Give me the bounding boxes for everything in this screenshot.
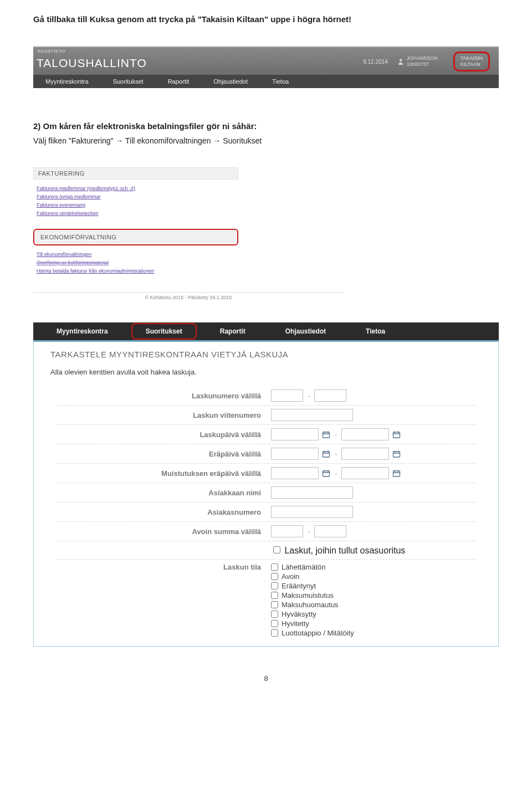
label-erapaiva: Eräpäivä välillä xyxy=(56,450,271,458)
svg-rect-1 xyxy=(323,432,330,438)
input-avoinsumma-from[interactable] xyxy=(271,525,303,537)
panel-footer: © Kehätieto 2015 - Päivitetty 29.1.2015 xyxy=(33,292,344,300)
input-muistutus-from[interactable] xyxy=(271,467,319,479)
header-user[interactable]: JOHANSSON 10000737 xyxy=(398,55,438,68)
input-laskunumero-to[interactable] xyxy=(314,389,346,402)
tila-option[interactable]: Maksuhuomautus xyxy=(271,601,354,609)
link-hamta-fakturor[interactable]: Hämta betalda fakturor från ekonomiadmin… xyxy=(37,268,238,274)
nav-item[interactable]: Raportit xyxy=(156,75,202,88)
fakturering-heading: FAKTURERING xyxy=(33,167,238,180)
svg-point-0 xyxy=(399,59,402,61)
nav-item[interactable]: Ohjaustiedot xyxy=(265,322,346,340)
ekonomiforvaltning-highlight: EKONOMIFÖRVALTNING xyxy=(33,229,238,245)
back-to-kilta-button[interactable]: TAKAISIN KILTAAN xyxy=(453,52,490,71)
checkbox-tila[interactable] xyxy=(271,629,278,637)
label-viitenumero: Laskun viitenumero xyxy=(56,411,271,419)
link-fakturera-utmarkelse[interactable]: Fakturera utmärkelsetecken xyxy=(37,211,238,216)
checkbox-tila[interactable] xyxy=(271,573,278,580)
user-id: 10000737 xyxy=(407,61,429,67)
calendar-icon[interactable] xyxy=(322,430,330,439)
svg-rect-5 xyxy=(323,471,330,476)
label-avoinsumma: Avoin summa välillä xyxy=(56,527,271,536)
tila-option[interactable]: Avoin xyxy=(271,572,354,581)
link-fakturera-ovriga[interactable]: Fakturera övriga medlemmar xyxy=(37,194,238,199)
app-title: TALOUSHALLINTO xyxy=(37,57,147,70)
calendar-icon[interactable] xyxy=(392,469,401,478)
link-overforing[interactable]: Överföring av bokföringsmaterial xyxy=(37,260,238,265)
screenshot-search-form: Myyntireskontra Suoritukset Raportit Ohj… xyxy=(33,322,499,647)
nav-item[interactable]: Myyntireskontra xyxy=(33,75,101,88)
form-subheading: Alla olevien kenttien avulla voit hakea … xyxy=(34,362,498,386)
tila-option[interactable]: Hyvitetty xyxy=(271,619,354,628)
user-icon xyxy=(398,58,403,65)
breadcrumb: KEHÄTIETO xyxy=(38,49,65,54)
nav-item-active[interactable]: Suoritukset xyxy=(131,323,197,340)
tila-option[interactable]: Maksumuistutus xyxy=(271,591,354,599)
nav-menu: Myyntireskontra Suoritukset Raportit Ohj… xyxy=(33,75,499,88)
ekonomi-links: Till ekonomiförvaltningen Överföring av … xyxy=(33,245,238,284)
dash-separator: - xyxy=(306,392,311,400)
ekonomi-heading: EKONOMIFÖRVALTNING xyxy=(35,231,236,243)
input-asiakasnumero[interactable] xyxy=(271,506,353,518)
label-laskuntila: Laskun tila xyxy=(56,563,271,571)
svg-rect-2 xyxy=(393,432,400,438)
doc-intro-line: Gå tillbaka till Kuksa genom att trycka … xyxy=(33,14,499,24)
input-muistutus-to[interactable] xyxy=(341,467,389,479)
nav-item[interactable]: Ohjaustiedot xyxy=(201,75,260,88)
nav-item[interactable]: Myyntireskontra xyxy=(37,322,128,340)
nav-item[interactable]: Raportit xyxy=(200,322,265,340)
nav-item[interactable]: Tietoa xyxy=(260,75,301,88)
user-name: JOHANSSON xyxy=(407,55,438,61)
dash-separator: - xyxy=(306,527,311,536)
dash-separator: - xyxy=(334,450,338,458)
doc-instruction-line: Välj fliken "Fakturering" → Till ekonomi… xyxy=(33,136,499,145)
svg-rect-6 xyxy=(393,471,400,476)
input-avoinsumma-to[interactable] xyxy=(314,525,346,537)
checkbox-tila[interactable] xyxy=(271,563,278,571)
checkbox-tila[interactable] xyxy=(271,601,278,608)
input-erapaiva-to[interactable] xyxy=(341,448,389,460)
label-asiakasnumero: Asiakasnumero xyxy=(56,508,271,516)
screenshot-taloushallinto-header: KEHÄTIETO TALOUSHALLINTO 9.12.2014 JOHAN… xyxy=(33,46,499,88)
link-till-ekonomi[interactable]: Till ekonomiförvaltningen xyxy=(37,252,238,257)
calendar-icon[interactable] xyxy=(322,469,330,478)
input-laskunumero-from[interactable] xyxy=(271,389,303,402)
checkbox-tila[interactable] xyxy=(271,611,278,618)
tila-options: Lähettämätön Avoin Erääntynyt Maksumuist… xyxy=(271,563,354,637)
dash-separator: - xyxy=(334,469,338,478)
tila-option[interactable]: Hyväksytty xyxy=(271,610,354,618)
checkbox-tila[interactable] xyxy=(271,592,278,599)
input-erapaiva-from[interactable] xyxy=(271,448,319,460)
svg-rect-3 xyxy=(323,452,330,457)
header-date: 9.12.2014 xyxy=(363,59,388,65)
calendar-icon[interactable] xyxy=(392,450,401,458)
label-laskupaiva: Laskupäivä välillä xyxy=(56,430,271,439)
calendar-icon[interactable] xyxy=(392,430,401,439)
tila-option[interactable]: Luottotappio / Mitätöity xyxy=(271,629,354,637)
label-asiakasnimi: Asiakkaan nimi xyxy=(56,489,271,497)
input-laskupaiva-from[interactable] xyxy=(271,428,319,440)
input-laskupaiva-to[interactable] xyxy=(341,428,389,440)
checkbox-osasuoritus[interactable] xyxy=(273,546,280,553)
svg-rect-4 xyxy=(393,452,400,457)
calendar-icon[interactable] xyxy=(322,450,330,458)
checkbox-tila[interactable] xyxy=(271,582,278,589)
tila-option[interactable]: Erääntynyt xyxy=(271,582,354,590)
link-fakturera-evenemang[interactable]: Fakturera evenemang xyxy=(37,202,238,208)
dash-separator: - xyxy=(334,430,338,439)
form-heading: TARKASTELE MYYNTIRESKONTRAAN VIETYJÄ LAS… xyxy=(34,342,498,362)
nav-menu-dark: Myyntireskontra Suoritukset Raportit Ohj… xyxy=(33,322,499,340)
screenshot-fakturering-panel: FAKTURERING Fakturera medlemmar (medlems… xyxy=(33,167,238,300)
page-number: 8 xyxy=(33,674,499,683)
nav-item[interactable]: Suoritukset xyxy=(101,75,156,88)
fakturering-links: Fakturera medlemmar (medlemstyp1 och -2)… xyxy=(33,180,238,227)
input-viitenumero[interactable] xyxy=(271,409,353,421)
label-muistutus: Muistutuksen eräpäivä välillä xyxy=(56,469,271,478)
tila-option[interactable]: Lähettämätön xyxy=(271,563,354,571)
doc-section-heading: 2) Om kåren får elektroniska betalningsf… xyxy=(33,121,499,131)
input-asiakasnimi[interactable] xyxy=(271,486,353,499)
link-fakturera-medlemmar[interactable]: Fakturera medlemmar (medlemstyp1 och -2) xyxy=(37,186,238,191)
checkbox-tila[interactable] xyxy=(271,620,278,627)
checkbox-osasuoritus-wrap[interactable]: Laskut, joihin tullut osasuoritus xyxy=(271,545,405,556)
nav-item[interactable]: Tietoa xyxy=(346,322,405,340)
